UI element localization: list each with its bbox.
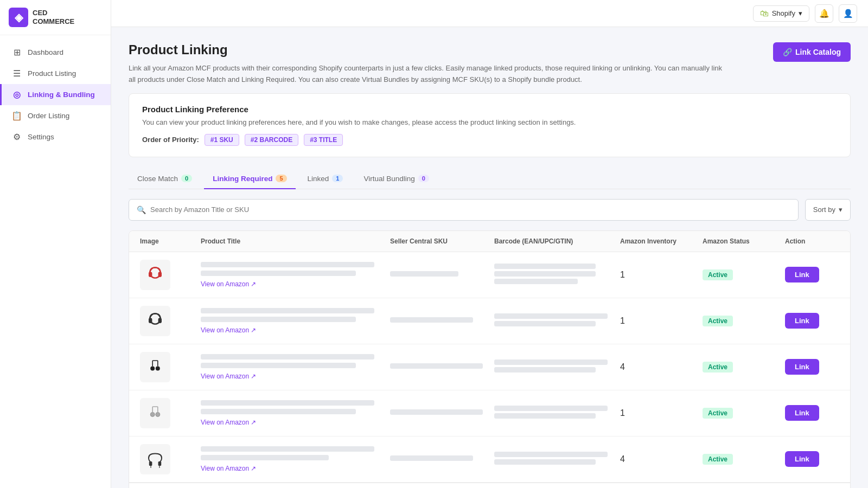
external-link-icon: ↗	[251, 373, 256, 380]
table-header: Image Product Title Seller Central SKU B…	[129, 231, 850, 252]
product-image	[140, 352, 170, 382]
link-button[interactable]: Link	[785, 267, 819, 282]
table-row: View on Amazon ↗ 1	[129, 252, 850, 298]
view-amazon-link[interactable]: View on Amazon ↗	[201, 465, 384, 472]
search-input[interactable]	[150, 206, 790, 214]
dashboard-icon: ⊞	[11, 47, 22, 57]
action-cell: Link	[785, 359, 839, 375]
svg-rect-17	[158, 461, 162, 466]
view-amazon-link[interactable]: View on Amazon ↗	[201, 419, 384, 426]
table-footer: Items: 10 25 50 Showing 1 - 5 of 5	[129, 483, 850, 488]
external-link-icon: ↗	[251, 280, 256, 288]
product-image	[140, 398, 170, 428]
sku-cell	[390, 317, 488, 325]
sku-cell	[390, 455, 488, 463]
user-icon: 👤	[843, 9, 853, 18]
tab-close-match[interactable]: Close Match 0	[129, 169, 201, 189]
svg-point-12	[156, 412, 160, 416]
view-amazon-link[interactable]: View on Amazon ↗	[201, 280, 384, 288]
tab-virtual-bundling[interactable]: Virtual Bundling 0	[355, 169, 437, 189]
product-title-cell: View on Amazon ↗	[201, 354, 384, 380]
search-sort-row: 🔍 Sort by ▾	[129, 199, 851, 221]
status-badge: Active	[703, 454, 733, 465]
status-badge: Active	[703, 316, 733, 326]
product-table: Image Product Title Seller Central SKU B…	[129, 230, 851, 488]
tab-linking-required[interactable]: Linking Required 5	[204, 169, 295, 189]
inventory-cell: 1	[620, 316, 696, 326]
external-link-icon: ↗	[251, 419, 256, 426]
link-button[interactable]: Link	[785, 451, 819, 467]
page-header: Product Linking Link all your Amazon MCF…	[129, 42, 851, 86]
product-title-cell: View on Amazon ↗	[201, 262, 384, 288]
svg-point-6	[150, 366, 155, 370]
logo-icon: ◈	[9, 8, 28, 27]
barcode-cell	[494, 406, 614, 421]
link-icon: ◎	[11, 89, 22, 100]
view-amazon-link[interactable]: View on Amazon ↗	[201, 326, 384, 334]
product-image	[140, 444, 170, 474]
sort-button[interactable]: Sort by ▾	[805, 199, 851, 221]
status-badge: Active	[703, 408, 733, 419]
barcode-cell	[494, 313, 614, 329]
main-content: Product Linking Link all your Amazon MCF…	[111, 27, 868, 488]
action-cell: Link	[785, 313, 839, 329]
status-cell: Active	[703, 269, 778, 280]
close-match-badge: 0	[181, 175, 192, 182]
sidebar-item-dashboard[interactable]: ⊞ Dashboard	[0, 42, 111, 63]
inventory-cell: 4	[620, 454, 696, 464]
sku-cell	[390, 363, 488, 371]
page-title: Product Linking	[129, 42, 725, 57]
sidebar-nav: ⊞ Dashboard ☰ Product Listing ◎ Linking …	[0, 35, 111, 488]
action-cell: Link	[785, 267, 839, 282]
priority-badge-2: #2 BARCODE	[245, 134, 298, 146]
tabs-row: Close Match 0 Linking Required 5 Linked …	[129, 169, 851, 189]
external-link-icon: ↗	[251, 465, 256, 472]
page-description: Link all your Amazon MCF products with t…	[129, 63, 725, 86]
settings-icon: ⚙	[11, 132, 22, 142]
bell-icon: 🔔	[819, 9, 829, 18]
external-link-icon: ↗	[251, 326, 256, 334]
status-badge: Active	[703, 362, 733, 373]
sidebar: ◈ CED COMMERCE ⊞ Dashboard ☰ Product Lis…	[0, 0, 111, 488]
virtual-bundling-badge: 0	[418, 175, 429, 182]
inventory-cell: 1	[620, 270, 696, 280]
link-icon: 🔗	[783, 48, 792, 56]
search-box[interactable]: 🔍	[129, 199, 799, 221]
tab-linked[interactable]: Linked 1	[299, 169, 352, 189]
table-row: View on Amazon ↗ 4 A	[129, 344, 850, 390]
table-row: View on Amazon ↗ 1 A	[129, 298, 850, 344]
link-button[interactable]: Link	[785, 405, 819, 421]
preference-description: You can view your product linking prefer…	[142, 118, 837, 126]
action-cell: Link	[785, 451, 839, 467]
notification-button[interactable]: 🔔	[815, 4, 833, 23]
inventory-cell: 1	[620, 408, 696, 418]
preference-card: Product Linking Preference You can view …	[129, 93, 851, 157]
link-button[interactable]: Link	[785, 359, 819, 375]
preference-title: Product Linking Preference	[142, 105, 837, 114]
sidebar-item-order-listing[interactable]: 📋 Order Listing	[0, 105, 111, 126]
user-button[interactable]: 👤	[839, 4, 857, 23]
order-icon: 📋	[11, 111, 22, 121]
status-cell: Active	[703, 408, 778, 419]
barcode-cell	[494, 452, 614, 467]
product-image	[140, 260, 170, 290]
sidebar-item-settings[interactable]: ⚙ Settings	[0, 126, 111, 147]
status-badge: Active	[703, 269, 733, 280]
link-catalog-button[interactable]: 🔗 Link Catalog	[773, 42, 851, 62]
chevron-down-icon: ▾	[799, 9, 802, 17]
view-amazon-link[interactable]: View on Amazon ↗	[201, 373, 384, 380]
sidebar-item-linking-bundling[interactable]: ◎ Linking & Bundling	[0, 84, 111, 105]
table-row: View on Amazon ↗ 1 A	[129, 390, 850, 436]
action-cell: Link	[785, 405, 839, 421]
sku-cell	[390, 409, 488, 417]
product-image	[140, 306, 170, 336]
top-bar: 🛍 Shopify ▾ 🔔 👤	[111, 0, 868, 27]
chevron-down-icon: ▾	[839, 206, 843, 214]
priority-row: Order of Priority: #1 SKU #2 BARCODE #3 …	[142, 134, 837, 146]
priority-badge-1: #1 SKU	[205, 134, 239, 146]
link-button[interactable]: Link	[785, 313, 819, 329]
shopify-badge[interactable]: 🛍 Shopify ▾	[753, 5, 809, 22]
sidebar-item-product-listing[interactable]: ☰ Product Listing	[0, 63, 111, 84]
product-title-cell: View on Amazon ↗	[201, 308, 384, 334]
inventory-cell: 4	[620, 362, 696, 372]
